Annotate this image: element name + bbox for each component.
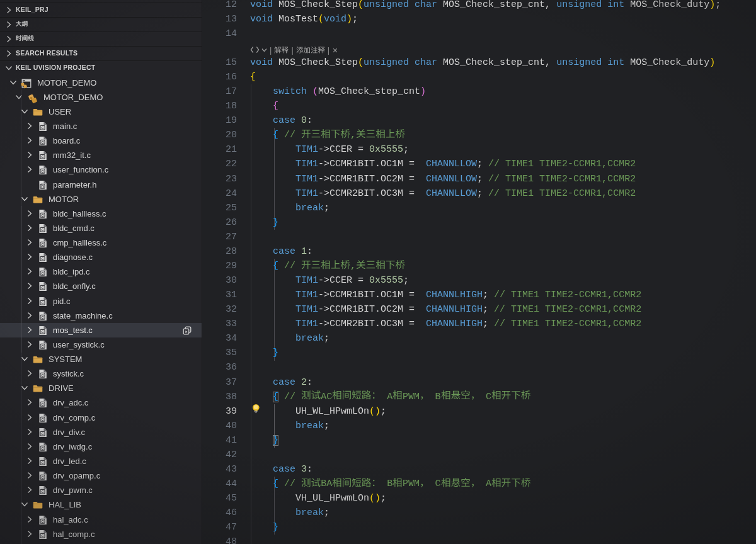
svg-text:c: c [41,474,43,480]
svg-text:c: c [41,139,43,145]
svg-text:c: c [41,168,43,174]
svg-text:c: c [41,489,43,494]
svg-text:c: c [41,256,43,261]
svg-text:c: c [41,402,43,407]
svg-text:c: c [41,241,43,247]
svg-text:c: c [41,431,43,436]
svg-text:c: c [41,300,43,305]
svg-text:c: c [41,125,43,130]
svg-text:c: c [41,270,43,276]
svg-text:c: c [41,329,43,334]
svg-text:c: c [41,445,43,451]
svg-text:c: c [41,154,43,159]
svg-text:c: c [41,285,43,291]
svg-text:c: c [41,533,43,538]
svg-text:h: h [41,183,44,189]
svg-text:c: c [41,460,43,465]
svg-text:c: c [41,227,43,232]
svg-text:c: c [41,518,43,524]
svg-text:c: c [41,212,43,218]
svg-text:c: c [41,416,43,422]
svg-text:c: c [41,343,43,349]
svg-text:c: c [41,314,43,320]
svg-text:c: c [41,372,43,378]
